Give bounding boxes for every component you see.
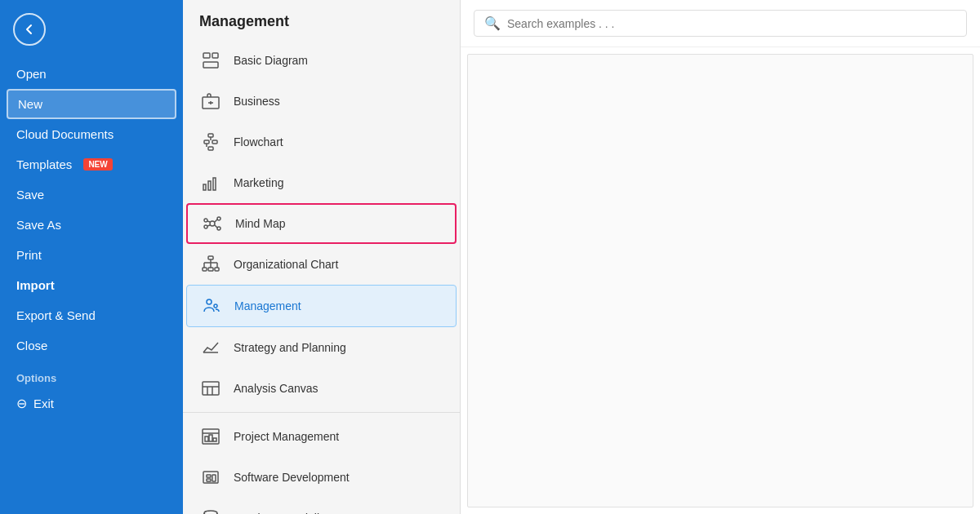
exit-icon: ⊖	[16, 396, 27, 411]
middle-header: Management	[183, 0, 460, 40]
menu-label-project-management: Project Management	[234, 430, 339, 443]
search-icon: 🔍	[484, 16, 501, 31]
svg-rect-49	[207, 479, 211, 481]
menu-item-mind-map[interactable]: Mind Map	[186, 203, 457, 244]
svg-rect-15	[213, 178, 216, 190]
svg-rect-27	[203, 268, 207, 271]
svg-rect-7	[204, 140, 209, 144]
sidebar: Open New Cloud Documents Templates NEW S…	[0, 0, 183, 514]
middle-panel: Management Basic Diagram	[183, 0, 461, 514]
menu-item-strategy-planning[interactable]: Strategy and Planning	[183, 327, 460, 368]
menu-item-basic-diagram[interactable]: Basic Diagram	[183, 40, 460, 81]
sidebar-item-close[interactable]: Close	[0, 330, 183, 361]
svg-rect-48	[207, 475, 211, 477]
menu-label-mind-map: Mind Map	[235, 217, 285, 230]
svg-point-20	[217, 217, 220, 220]
svg-line-25	[215, 225, 217, 228]
sidebar-item-templates[interactable]: Templates NEW	[0, 149, 183, 179]
svg-rect-46	[213, 438, 216, 441]
sidebar-item-new[interactable]: New	[7, 89, 176, 119]
sidebar-item-import[interactable]: Import	[0, 270, 183, 300]
management-icon	[200, 295, 223, 317]
right-panel: 🔍	[461, 0, 980, 514]
svg-rect-13	[203, 184, 206, 190]
svg-rect-45	[209, 435, 212, 441]
project-mgmt-icon	[199, 425, 222, 448]
menu-label-analysis-canvas: Analysis Canvas	[234, 382, 318, 395]
strategy-icon	[199, 336, 222, 359]
svg-rect-28	[208, 268, 213, 271]
menu-item-business[interactable]: Business	[183, 81, 460, 122]
menu-item-marketing[interactable]: Marketing	[183, 162, 460, 203]
svg-rect-8	[212, 140, 217, 144]
menu-label-basic-diagram: Basic Diagram	[234, 54, 308, 67]
menu-label-organizational-chart: Organizational Chart	[234, 258, 338, 271]
sidebar-item-open[interactable]: Open	[0, 59, 183, 89]
middle-content: Basic Diagram Business	[183, 40, 460, 514]
section-divider	[183, 412, 460, 413]
svg-line-23	[207, 225, 210, 226]
svg-rect-9	[208, 147, 213, 150]
svg-rect-26	[208, 256, 213, 259]
menu-item-flowchart[interactable]: Flowchart	[183, 122, 460, 162]
svg-point-19	[204, 225, 207, 228]
menu-item-analysis-canvas[interactable]: Analysis Canvas	[183, 368, 460, 409]
search-bar: 🔍	[461, 0, 980, 47]
mind-map-icon	[201, 212, 224, 235]
svg-point-51	[204, 511, 217, 514]
sidebar-item-save[interactable]: Save	[0, 179, 183, 210]
sidebar-item-export-send[interactable]: Export & Send	[0, 300, 183, 330]
search-input[interactable]	[507, 17, 956, 30]
menu-label-marketing: Marketing	[234, 176, 283, 189]
new-badge: NEW	[83, 158, 112, 171]
sidebar-item-exit[interactable]: ⊖ Exit	[0, 388, 183, 419]
business-icon	[199, 90, 222, 113]
menu-item-project-management[interactable]: Project Management	[183, 416, 460, 457]
svg-point-18	[204, 219, 207, 222]
svg-rect-38	[203, 382, 219, 395]
svg-line-24	[215, 219, 217, 222]
svg-point-36	[214, 304, 217, 308]
flowchart-icon	[199, 131, 222, 153]
svg-point-35	[207, 299, 212, 304]
svg-rect-29	[215, 268, 219, 271]
svg-rect-44	[205, 436, 208, 441]
svg-rect-2	[203, 62, 218, 68]
svg-rect-0	[203, 53, 210, 58]
menu-label-strategy-planning: Strategy and Planning	[234, 341, 346, 354]
menu-label-flowchart: Flowchart	[234, 135, 283, 148]
svg-rect-6	[208, 134, 213, 137]
svg-rect-50	[212, 475, 216, 481]
search-bar-inner: 🔍	[474, 10, 967, 37]
sidebar-item-print[interactable]: Print	[0, 240, 183, 270]
sidebar-item-cloud-documents[interactable]: Cloud Documents	[0, 119, 183, 149]
basic-diagram-icon	[199, 49, 222, 72]
svg-rect-14	[208, 181, 211, 190]
menu-item-management[interactable]: Management	[186, 285, 457, 327]
menu-label-business: Business	[234, 95, 280, 108]
marketing-icon	[199, 171, 222, 194]
menu-label-software-development: Software Development	[234, 471, 350, 484]
back-button[interactable]	[13, 13, 46, 46]
svg-rect-1	[212, 53, 218, 58]
content-area	[467, 54, 973, 507]
sidebar-item-save-as[interactable]: Save As	[0, 210, 183, 240]
org-chart-icon	[199, 253, 222, 276]
software-dev-icon	[199, 466, 222, 489]
database-icon	[199, 507, 222, 514]
svg-point-17	[210, 221, 215, 226]
menu-item-database-modeling[interactable]: Database Modeling	[183, 498, 460, 514]
svg-point-21	[217, 227, 220, 230]
svg-line-22	[207, 221, 210, 222]
menu-item-organizational-chart[interactable]: Organizational Chart	[183, 244, 460, 285]
sidebar-section-options: Options	[0, 361, 183, 388]
menu-item-software-development[interactable]: Software Development	[183, 457, 460, 498]
analysis-icon	[199, 377, 222, 400]
menu-label-management: Management	[234, 299, 301, 312]
